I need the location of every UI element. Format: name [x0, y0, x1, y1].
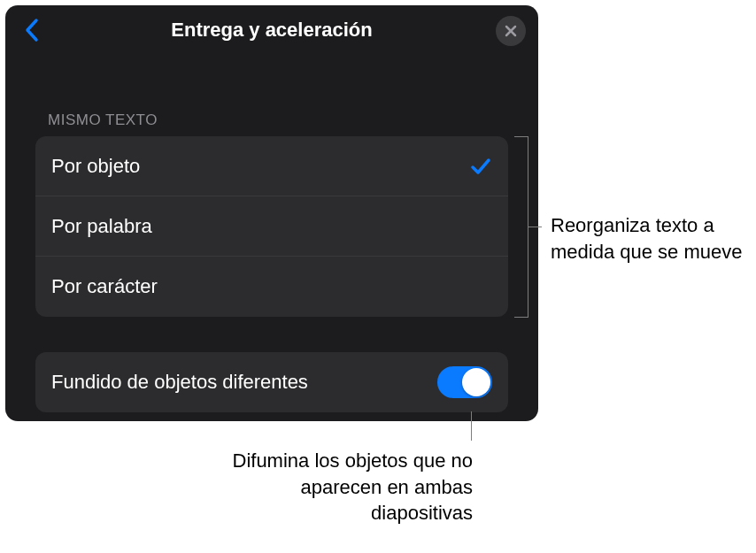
- list-item-label: Por carácter: [51, 275, 158, 298]
- close-icon: [505, 25, 517, 37]
- panel-title: Entrega y aceleración: [171, 19, 372, 42]
- list-item-by-word[interactable]: Por palabra: [35, 196, 508, 257]
- section-header: MISMO TEXTO: [35, 111, 508, 129]
- fade-unmatched-toggle[interactable]: [437, 366, 492, 398]
- text-delivery-list: Por objeto Por palabra Por carácter: [35, 136, 508, 317]
- callout-line: [514, 136, 528, 137]
- back-button[interactable]: [21, 18, 42, 42]
- list-item-label: Por objeto: [51, 155, 140, 178]
- toggle-label: Fundido de objetos diferentes: [51, 371, 308, 394]
- list-item-by-object[interactable]: Por objeto: [35, 136, 508, 196]
- toggle-knob: [462, 368, 490, 396]
- panel-content: MISMO TEXTO Por objeto Por palabra Por c…: [5, 111, 538, 412]
- callout-line: [514, 317, 528, 318]
- chevron-left-icon: [25, 18, 39, 42]
- close-button[interactable]: [496, 16, 526, 46]
- callout-fade-objects: Difumina los objetos que no aparecen en …: [198, 448, 473, 526]
- settings-panel: Entrega y aceleración MISMO TEXTO Por ob…: [5, 5, 538, 421]
- callout-reorganize-text: Reorganiza texto a medida que se mueve: [551, 212, 745, 265]
- list-item-by-character[interactable]: Por carácter: [35, 257, 508, 317]
- panel-header: Entrega y aceleración: [5, 5, 538, 55]
- callout-line: [471, 411, 472, 441]
- checkmark-icon: [469, 155, 492, 178]
- callout-line: [528, 227, 542, 227]
- toggle-row-fade-unmatched: Fundido de objetos diferentes: [35, 352, 508, 412]
- list-item-label: Por palabra: [51, 215, 152, 238]
